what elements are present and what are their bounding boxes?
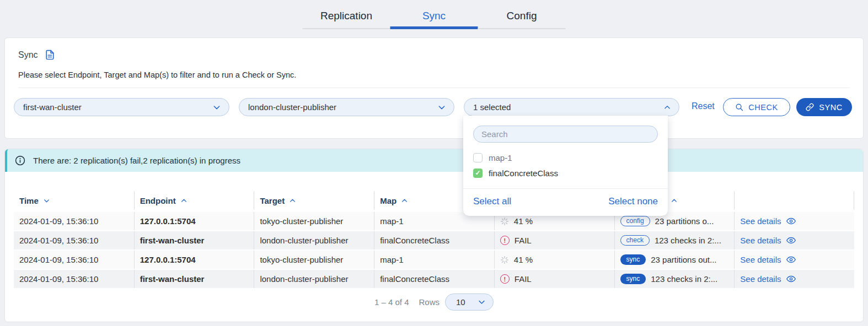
column-header-details — [734, 191, 854, 210]
eye-icon — [786, 274, 796, 284]
sort-desc-icon — [43, 197, 50, 204]
cell-time: 2024-01-09, 15:36:10 — [14, 212, 134, 230]
cell-details: See details — [734, 231, 854, 249]
see-details-link[interactable]: See details — [740, 274, 795, 284]
column-header-time[interactable]: Time — [14, 191, 134, 210]
cell-target: tokyo-cluster-publisher — [254, 251, 374, 269]
card-title: Sync — [18, 50, 38, 60]
chevron-up-icon — [663, 104, 671, 111]
cell-time: 2024-01-09, 15:36:10 — [14, 251, 134, 269]
card-title-row: Sync — [18, 49, 55, 61]
pagination-range: 1 – 4 of 4 — [374, 297, 409, 307]
map-select-value: 1 selected — [473, 102, 511, 112]
column-header-target[interactable]: Target — [254, 191, 374, 210]
status-progress: 41 % — [514, 255, 533, 264]
table-row: 2024-01-09, 15:36:10 first-wan-cluster l… — [5, 231, 863, 249]
message-text: 23 partitions out... — [651, 255, 716, 264]
pagination: 1 – 4 of 4 Rows 10 — [5, 294, 863, 311]
cell-status: 41 % — [494, 251, 614, 269]
table-row: 2024-01-09, 15:36:10 first-wan-cluster l… — [5, 270, 863, 288]
map-option-map-1[interactable]: map-1 — [473, 150, 658, 165]
cell-target: london-cluster-publisher — [254, 270, 374, 288]
spinner-icon — [500, 217, 509, 226]
cell-time: 2024-01-09, 15:36:10 — [14, 270, 134, 288]
divider — [18, 88, 850, 88]
chevron-down-icon — [478, 298, 486, 306]
tab-bar: Replication Sync Config — [303, 4, 566, 29]
sort-asc-icon — [180, 197, 187, 204]
alert-icon: ! — [500, 236, 510, 245]
see-details-link[interactable]: See details — [740, 255, 795, 264]
cell-time: 2024-01-09, 15:36:10 — [14, 231, 134, 249]
see-details-label: See details — [740, 216, 781, 226]
column-header-endpoint[interactable]: Endpoint — [134, 191, 254, 210]
see-details-label: See details — [740, 236, 781, 245]
status-fail: FAIL — [515, 274, 532, 284]
status-badge: sync — [620, 254, 646, 265]
see-details-link[interactable]: See details — [740, 216, 795, 226]
status-badge: config — [620, 216, 650, 226]
map-option-finalconcreteclass[interactable]: ✓ finalConcreteClass — [473, 165, 658, 181]
map-options-list: map-1 ✓ finalConcreteClass — [463, 143, 668, 184]
table-row: 2024-01-09, 15:36:10 127.0.0.1:5704 toky… — [5, 212, 863, 230]
cell-details: See details — [734, 251, 854, 269]
cell-details: See details — [734, 212, 854, 230]
sort-asc-icon — [401, 197, 408, 204]
status-badge: sync — [620, 274, 646, 284]
check-icon[interactable]: ✓ — [473, 169, 483, 178]
status-progress: 41 % — [514, 216, 533, 226]
select-none-link[interactable]: Select none — [608, 196, 658, 207]
sync-page: { "tabs": [ { "label": "Replication", "a… — [0, 0, 868, 326]
see-details-link[interactable]: See details — [740, 236, 795, 245]
map-option-label: map-1 — [489, 153, 512, 162]
sync-button[interactable]: SYNC — [796, 98, 852, 116]
map-dropdown-footer: Select all Select none — [463, 188, 668, 216]
sort-asc-icon — [671, 197, 678, 204]
cell-message: sync 23 partitions out... — [614, 251, 735, 269]
cell-status: ! FAIL — [494, 231, 614, 249]
status-fail: FAIL — [515, 236, 532, 245]
filter-instructions: Please select Endpoint, Target and Map(s… — [18, 70, 296, 79]
rows-per-page-value: 10 — [456, 297, 465, 307]
cell-endpoint: 127.0.0.1:5704 — [134, 251, 254, 269]
see-details-label: See details — [740, 274, 781, 284]
message-text: 123 checks in 2:... — [651, 274, 717, 284]
cell-details: See details — [734, 270, 854, 288]
sync-filter-card: Sync Please select Endpoint, Target and … — [4, 37, 864, 139]
eye-icon — [786, 255, 796, 264]
endpoint-select[interactable]: first-wan-cluster — [14, 98, 229, 116]
cell-message: check 123 checks in 2:... — [614, 231, 735, 249]
column-label: Time — [19, 196, 39, 205]
tab-config[interactable]: Config — [478, 4, 566, 29]
reset-button[interactable]: Reset — [692, 101, 715, 111]
cell-map: finalConcreteClass — [374, 270, 494, 288]
tab-replication[interactable]: Replication — [303, 4, 390, 29]
cell-endpoint: 127.0.0.1:5704 — [134, 212, 254, 230]
spinner-icon — [500, 256, 509, 264]
info-icon — [15, 155, 25, 166]
rows-per-page-label: Rows — [419, 297, 440, 307]
map-select[interactable]: 1 selected — [464, 98, 679, 116]
cell-target: london-cluster-publisher — [254, 231, 374, 249]
sort-asc-icon — [289, 197, 296, 204]
tab-sync[interactable]: Sync — [390, 4, 478, 29]
search-input[interactable] — [473, 126, 658, 143]
column-label: Map — [380, 196, 397, 205]
cell-endpoint: first-wan-cluster — [134, 231, 254, 249]
eye-icon — [786, 236, 796, 245]
cell-map: map-1 — [374, 251, 494, 269]
table-header: Time Endpoint Target Map — [5, 191, 863, 210]
chevron-down-icon — [212, 103, 221, 112]
chevron-down-icon — [437, 103, 446, 112]
rows-per-page-select[interactable]: 10 — [445, 294, 494, 311]
info-banner: There are: 2 replication(s) fail,2 repli… — [5, 149, 863, 172]
map-option-label: finalConcreteClass — [489, 169, 558, 178]
check-button[interactable]: CHECK — [723, 98, 790, 116]
select-all-link[interactable]: Select all — [473, 196, 511, 207]
document-icon[interactable] — [45, 49, 55, 61]
sync-results-card: There are: 2 replication(s) fail,2 repli… — [4, 149, 864, 322]
target-select[interactable]: london-cluster-publisher — [239, 98, 454, 116]
checkbox-unchecked[interactable] — [473, 153, 483, 162]
link-icon — [806, 103, 814, 111]
endpoint-select-value: first-wan-cluster — [23, 102, 82, 112]
